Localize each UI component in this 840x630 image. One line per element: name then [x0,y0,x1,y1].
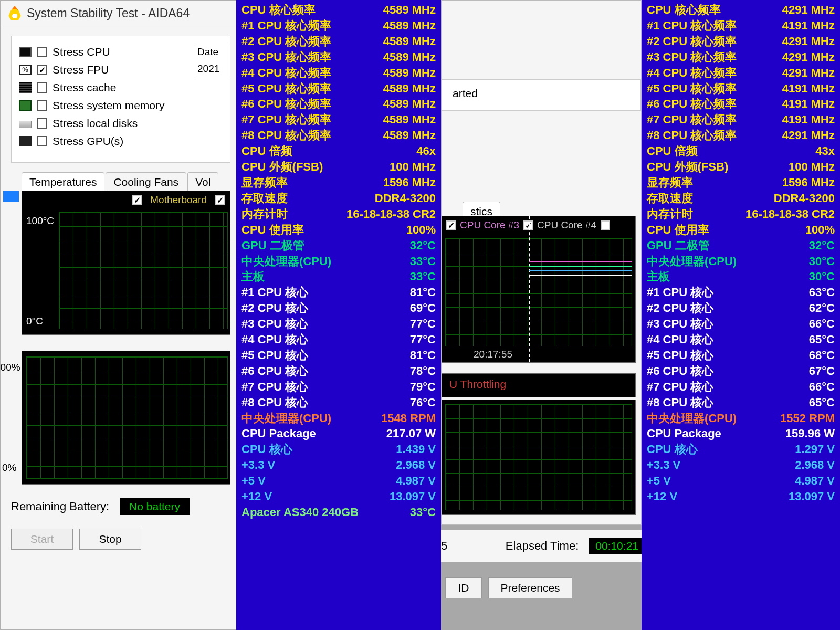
osd-value: 4191 MHz [782,96,835,112]
osd-value: 4589 MHz [383,18,436,34]
legend-motherboard: Motherboard [150,194,207,206]
osd-value: 13.097 V [789,489,835,505]
osd-label: GPU 二极管 [242,238,304,254]
osd-value: 69°C [410,300,436,316]
osd-row: 中央处理器(CPU)30°C [647,254,835,269]
osd-row: #8 CPU 核心频率4291 MHz [647,128,835,143]
battery-value: No battery [120,498,190,515]
osd-value: 1552 RPM [780,411,835,426]
osd-value: 79°C [410,379,436,395]
osd-label: 存取速度 [242,191,288,206]
legend-core4: CPU Core #4 [537,219,596,231]
checkbox-mem[interactable] [37,100,47,111]
osd-label: +3.3 V [242,457,275,473]
osd-value: 4291 MHz [782,49,835,65]
osd-value: 13.097 V [390,489,436,505]
status-started: arted [442,79,641,111]
osd-row: CPU 使用率100% [242,222,436,238]
osd-value: 1596 MHz [782,175,835,191]
tab-temperatures[interactable]: Temperatures [22,172,104,191]
osd-overlay-left: CPU 核心频率4589 MHz#1 CPU 核心频率4589 MHz#2 CP… [236,0,441,630]
osd-row: #1 CPU 核心频率4589 MHz [242,18,436,34]
osd-row: #6 CPU 核心频率4191 MHz [647,96,835,112]
id-button[interactable]: ID [445,578,482,598]
osd-row: #8 CPU 核心65°C [647,395,835,411]
checkbox-cache[interactable] [37,82,47,93]
osd-row: #2 CPU 核心69°C [242,300,436,316]
y-high: 100°C [26,215,54,227]
option-label: Stress local disks [52,117,138,130]
osd-value: 77°C [410,332,436,348]
osd-row: 中央处理器(CPU)1552 RPM [647,411,835,426]
checkbox-cpu[interactable] [37,47,47,57]
cpu-icon [19,47,32,57]
osd-row: #1 CPU 核心63°C [647,285,835,300]
y-high-2: 100% [0,362,20,373]
osd-label: CPU 核心频率 [647,2,721,18]
osd-row: 显存频率1596 MHz [647,175,835,191]
legend-checkbox[interactable] [132,195,142,205]
osd-value: 4589 MHz [383,2,436,18]
mid-buttons: ID Preferences [441,578,642,598]
osd-label: GPU 二极管 [647,238,710,254]
aida64-middle-fragment: arted stics CPU Core #3 CPU Core #4 20:1… [441,0,642,630]
osd-row: #7 CPU 核心79°C [242,379,436,395]
checkbox-disk[interactable] [37,118,47,129]
osd-label: #2 CPU 核心 [647,300,713,316]
osd-label: CPU 倍频 [242,143,292,159]
stop-button[interactable]: Stop [79,529,141,550]
osd-label: 显存频率 [647,175,693,191]
osd-label: #2 CPU 核心频率 [647,34,737,49]
legend-checkbox-2[interactable] [215,195,225,205]
throttling-label: U Throttling [442,373,636,397]
option-label: Stress GPU(s) [52,135,123,148]
graph-trace [529,261,632,282]
tab-vol[interactable]: Vol [187,172,218,191]
osd-value: 81°C [410,348,436,363]
osd-row: CPU 倍频43x [647,143,835,159]
graph-legend: Motherboard [132,194,225,206]
window-titlebar[interactable]: System Stability Test - AIDA64 [1,1,236,26]
osd-row: CPU 核心频率4589 MHz [242,2,436,18]
osd-value: DDR4-3200 [774,191,835,206]
osd-label: #1 CPU 核心频率 [647,18,737,34]
preferences-button[interactable]: Preferences [488,578,572,598]
osd-value: 159.96 W [785,426,835,442]
osd-value: 1596 MHz [383,175,436,191]
osd-value: 30°C [809,254,835,269]
osd-value: 77°C [410,316,436,332]
disk-icon [19,121,32,128]
stress-option-cache: Stress cache [19,81,223,94]
osd-label: #7 CPU 核心 [242,379,308,395]
y-low-2: 0% [2,462,16,474]
osd-row: #4 CPU 核心65°C [647,332,835,348]
osd-row: #4 CPU 核心77°C [242,332,436,348]
checkbox-pct[interactable] [37,65,47,75]
core4-checkbox[interactable] [523,220,533,230]
osd-value: 63°C [809,285,835,300]
osd-row: 存取速度DDR4-3200 [647,191,835,206]
osd-value: 4589 MHz [383,81,436,97]
osd-value: 33°C [410,269,436,285]
cache-icon [19,82,32,93]
utilization-graph: 100% 0% [22,351,230,485]
osd-value: 1.439 V [396,442,436,457]
core3-checkbox[interactable] [446,220,456,230]
osd-value: 4191 MHz [782,112,835,128]
osd-label: #2 CPU 核心 [242,300,308,316]
osd-value: 217.07 W [386,426,436,442]
osd-row: #2 CPU 核心频率4291 MHz [647,34,835,49]
start-button[interactable]: Start [11,529,73,550]
tab-cooling-fans[interactable]: Cooling Fans [106,172,186,191]
checkbox-gpu[interactable] [37,136,47,146]
graph-tabs: TemperaturesCooling FansVol [22,172,236,191]
osd-label: +12 V [647,489,677,505]
osd-value: 1548 RPM [381,411,436,426]
osd-row: #7 CPU 核心66°C [647,379,835,395]
option-label: Stress system memory [52,99,165,112]
osd-row: #1 CPU 核心81°C [242,285,436,300]
osd-row: #5 CPU 核心频率4589 MHz [242,81,436,97]
core5-checkbox[interactable] [601,220,610,230]
osd-row: CPU 核心频率4291 MHz [647,2,835,18]
osd-row: CPU 核心1.439 V [242,442,436,457]
